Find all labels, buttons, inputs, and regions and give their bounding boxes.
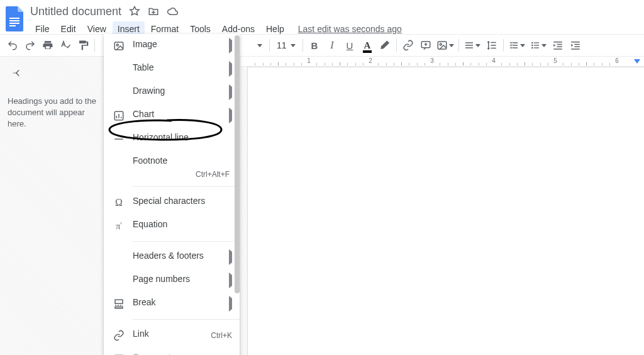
chevron-down-icon — [449, 44, 454, 47]
insert-menu-item-equation[interactable]: π²Equation — [104, 214, 240, 237]
table-icon — [113, 63, 125, 76]
outline-pane: Headings you add to the document will ap… — [0, 57, 104, 355]
ruler-right-indent-icon[interactable] — [634, 59, 640, 64]
submenu-arrow-icon — [229, 64, 232, 75]
outline-close-button[interactable] — [8, 65, 23, 81]
insert-menu-item-label: Image — [133, 39, 233, 50]
insert-menu-item-drawing[interactable]: Drawing — [104, 81, 240, 104]
document-title[interactable]: Untitled document — [30, 5, 121, 18]
bold-button[interactable]: B — [306, 37, 323, 54]
insert-menu-item-image[interactable]: Image — [104, 34, 240, 57]
svg-rect-11 — [534, 45, 539, 45]
chevron-down-icon — [291, 44, 296, 47]
image-icon — [113, 40, 125, 52]
text-color-button[interactable]: A — [358, 37, 376, 54]
decrease-indent-button[interactable] — [549, 37, 567, 54]
title-row: Untitled document — [30, 4, 402, 19]
toolbar: 11 B I U A — [0, 34, 644, 57]
insert-menu-item-break[interactable]: Break — [104, 292, 240, 315]
insert-menu-item-label: Drawing — [133, 86, 233, 97]
ruler-number: 3 — [430, 57, 434, 64]
chevron-down-icon — [475, 44, 480, 47]
submenu-arrow-icon — [229, 40, 232, 52]
insert-menu-item-link[interactable]: LinkCtrl+K — [104, 324, 240, 347]
move-icon[interactable] — [148, 6, 159, 17]
insert-comment-button[interactable] — [417, 37, 435, 54]
headers-icon — [113, 251, 125, 264]
menu-separator — [133, 186, 240, 187]
insert-menu-item-chart[interactable]: Chart — [104, 104, 240, 127]
chevron-down-icon — [257, 44, 262, 47]
insert-menu-item-label: Page numbers — [133, 274, 233, 285]
horizontal-ruler[interactable]: 123456 — [241, 57, 644, 67]
chart-icon — [113, 110, 125, 122]
insert-menu-item-page-numbers[interactable]: Page numbers — [104, 269, 240, 292]
footnote-icon — [113, 156, 125, 169]
svg-rect-19 — [575, 47, 580, 48]
svg-rect-25 — [115, 307, 123, 308]
svg-rect-17 — [571, 42, 580, 43]
omega-icon: Ω — [113, 196, 125, 209]
paint-format-button[interactable] — [74, 37, 92, 54]
title-column: Untitled document File Edit View Insert … — [30, 4, 402, 38]
submenu-arrow-icon — [229, 252, 232, 263]
pagenum-icon — [113, 274, 125, 287]
insert-menu-item-label: Horizontal line — [133, 132, 233, 144]
line-spacing-button[interactable] — [483, 37, 501, 54]
document-page[interactable] — [247, 67, 644, 355]
insert-menu-item-label: Chart — [133, 109, 233, 120]
insert-menu-item-special-characters[interactable]: ΩSpecial characters — [104, 191, 240, 214]
svg-rect-1 — [9, 20, 19, 21]
svg-point-8 — [531, 45, 533, 47]
insert-menu-item-label: Headers & footers — [133, 251, 233, 262]
ruler-number: 6 — [615, 57, 619, 64]
toolbar-separator — [269, 39, 270, 52]
increase-indent-button[interactable] — [567, 37, 584, 54]
star-icon[interactable] — [129, 6, 140, 17]
last-edit-link[interactable]: Last edit was seconds ago — [298, 24, 402, 34]
chevron-down-icon — [541, 44, 547, 47]
insert-link-button[interactable] — [399, 37, 417, 54]
insert-menu-item-horizontal-line[interactable]: Horizontal line — [104, 127, 240, 150]
spellcheck-button[interactable] — [57, 37, 74, 54]
redo-button[interactable] — [21, 37, 39, 54]
underline-button[interactable]: U — [341, 37, 358, 54]
svg-rect-13 — [553, 42, 562, 43]
menu-separator — [133, 319, 240, 320]
svg-rect-15 — [557, 47, 562, 48]
insert-menu-item-footnote[interactable]: Footnote — [104, 150, 240, 174]
print-button[interactable] — [39, 37, 57, 54]
svg-point-7 — [531, 42, 533, 44]
svg-rect-16 — [553, 48, 562, 50]
insert-menu-dropdown: ImageTableDrawingChartHorizontal lineFoo… — [104, 34, 240, 355]
checklist-button[interactable] — [506, 37, 528, 54]
svg-point-9 — [531, 47, 533, 49]
insert-menu-item-label: Comment — [133, 352, 233, 355]
break-icon — [113, 298, 125, 310]
svg-rect-2 — [9, 23, 19, 24]
insert-image-button[interactable] — [435, 37, 456, 54]
font-size-select[interactable]: 11 — [272, 37, 300, 54]
svg-rect-21 — [114, 42, 123, 50]
font-size-value: 11 — [277, 40, 287, 50]
docs-logo[interactable] — [4, 4, 26, 34]
svg-point-6 — [440, 43, 441, 45]
insert-menu-item-table[interactable]: Table — [104, 57, 240, 81]
svg-rect-12 — [534, 47, 539, 48]
titlebar: Untitled document File Edit View Insert … — [0, 0, 644, 34]
italic-button[interactable]: I — [323, 37, 341, 54]
highlight-color-button[interactable] — [376, 37, 394, 54]
insert-menu-item-headers-footers[interactable]: Headers & footers — [104, 245, 240, 269]
svg-rect-20 — [571, 48, 580, 50]
outline-empty-tip: Headings you add to the document will ap… — [8, 96, 96, 130]
bulleted-list-button[interactable] — [528, 37, 549, 54]
align-button[interactable] — [462, 37, 483, 54]
svg-point-22 — [116, 44, 118, 46]
svg-rect-3 — [9, 25, 16, 26]
undo-button[interactable] — [4, 37, 21, 54]
svg-rect-24 — [115, 300, 123, 303]
cloud-status-icon[interactable] — [167, 6, 178, 17]
comment-icon — [113, 352, 125, 355]
insert-menu-item-label: Footnote — [133, 155, 233, 167]
insert-menu-item-comment: Comment — [104, 347, 240, 355]
